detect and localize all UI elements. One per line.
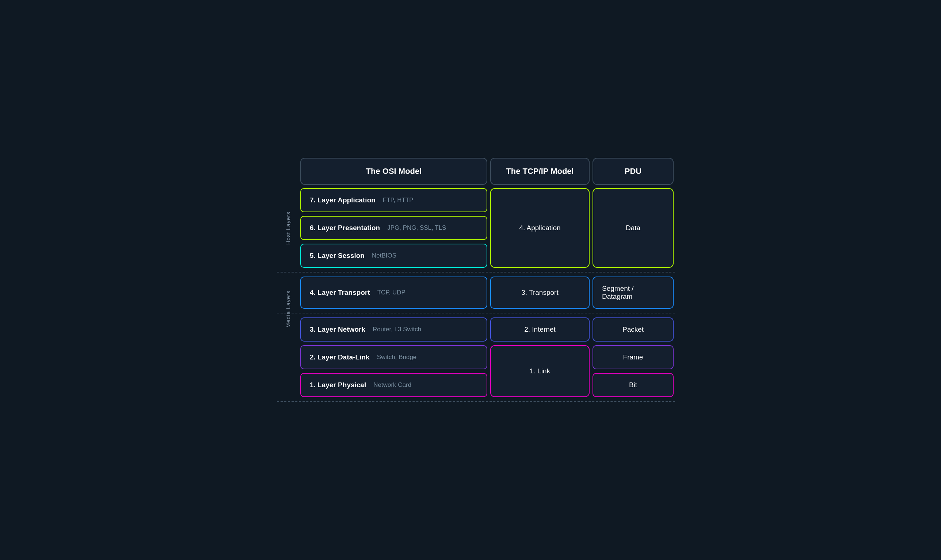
- pdu-bit-label: Bit: [629, 381, 637, 389]
- pdu-segment-cell: Segment / Datagram: [592, 277, 673, 309]
- layer4-protocol: TCP, UDP: [377, 289, 406, 296]
- layer6-protocol: JPG, PNG, SSL, TLS: [387, 224, 446, 232]
- header-osi: The OSI Model: [300, 158, 487, 185]
- layer5-label: 5. Layer Session: [310, 252, 364, 260]
- layer6-label: 6. Layer Presentation: [310, 224, 380, 232]
- layer6-cell: 6. Layer Presentation JPG, PNG, SSL, TLS: [300, 216, 487, 240]
- layer4-cell: 4. Layer Transport TCP, UDP: [300, 277, 487, 309]
- tcp-link-cell: 1. Link: [490, 345, 590, 397]
- side-label-host: Host Layers: [277, 186, 299, 269]
- layer4-label: 4. Layer Transport: [310, 289, 370, 297]
- layer7-label: 7. Layer Application: [310, 196, 375, 204]
- layer7-cell: 7. Layer Application FTP, HTTP: [300, 188, 487, 212]
- header-tcp: The TCP/IP Model: [490, 158, 590, 185]
- layer7-protocol: FTP, HTTP: [383, 197, 414, 204]
- side-label-media: Media Layers: [277, 275, 299, 343]
- media-layers-label: Media Layers: [285, 290, 291, 327]
- divider-bottom: [277, 399, 675, 404]
- pdu-data-label: Data: [626, 224, 640, 232]
- diagram-wrapper: The OSI Model The TCP/IP Model PDU Host …: [270, 142, 671, 418]
- header-osi-label: The OSI Model: [366, 166, 422, 176]
- layer1-protocol: Network Card: [373, 382, 411, 389]
- tcp-transport-label: 3. Transport: [521, 289, 558, 297]
- header-pdu-label: PDU: [625, 166, 641, 176]
- pdu-bit-cell: Bit: [592, 373, 673, 397]
- layer5-protocol: NetBIOS: [372, 252, 396, 259]
- layer2-label: 2. Layer Data-Link: [310, 353, 370, 361]
- tcp-transport-cell: 3. Transport: [490, 277, 590, 309]
- layer2-cell: 2. Layer Data-Link Switch, Bridge: [300, 345, 487, 369]
- tcp-internet-cell: 2. Internet: [490, 317, 590, 342]
- pdu-frame-label: Frame: [623, 353, 643, 361]
- layer3-protocol: Router, L3 Switch: [373, 326, 421, 333]
- pdu-packet-cell: Packet: [592, 317, 673, 342]
- pdu-data-cell: Data: [592, 188, 673, 268]
- header-tcp-label: The TCP/IP Model: [506, 166, 574, 176]
- host-layers-label: Host Layers: [285, 211, 291, 245]
- layer1-label: 1. Layer Physical: [310, 381, 366, 389]
- header-pdu: PDU: [592, 158, 673, 185]
- divider-transport-network: [277, 311, 675, 315]
- tcp-internet-label: 2. Internet: [524, 326, 556, 334]
- layer3-label: 3. Layer Network: [310, 326, 365, 334]
- layer2-protocol: Switch, Bridge: [377, 354, 417, 361]
- tcp-link-label: 1. Link: [530, 367, 550, 375]
- layer5-cell: 5. Layer Session NetBIOS: [300, 244, 487, 268]
- divider-host-media: [277, 269, 675, 275]
- pdu-packet-label: Packet: [623, 326, 644, 334]
- pdu-frame-cell: Frame: [592, 345, 673, 369]
- tcp-application-label: 4. Application: [519, 224, 560, 232]
- layer1-cell: 1. Layer Physical Network Card: [300, 373, 487, 397]
- pdu-segment-label: Segment / Datagram: [602, 285, 664, 301]
- tcp-application-cell: 4. Application: [490, 188, 590, 268]
- main-grid: The OSI Model The TCP/IP Model PDU Host …: [277, 156, 664, 404]
- layer3-cell: 3. Layer Network Router, L3 Switch: [300, 317, 487, 342]
